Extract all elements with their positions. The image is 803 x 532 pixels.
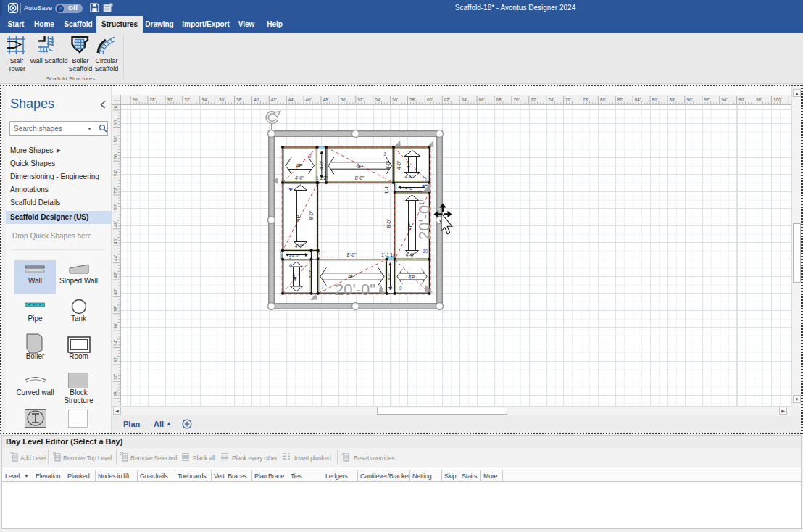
svg-text:46': 46' [113, 238, 118, 244]
svg-text:4'-0": 4'-0" [406, 252, 415, 257]
svg-text:82': 82' [617, 97, 623, 102]
svg-text:4'-0": 4'-0" [387, 272, 391, 280]
svg-text:8'-0": 8'-0" [347, 252, 357, 257]
svg-text:60': 60' [113, 120, 118, 125]
svg-text:44': 44' [288, 97, 294, 102]
svg-text:3: 3 [309, 154, 312, 159]
svg-text:4'-0": 4'-0" [396, 161, 402, 170]
svg-text:28': 28' [150, 97, 156, 102]
svg-text:94': 94' [721, 97, 727, 102]
svg-text:80': 80' [600, 97, 606, 102]
svg-text:68': 68' [496, 97, 502, 102]
svg-text:62': 62' [113, 105, 118, 109]
svg-text:4'-0": 4'-0" [308, 270, 313, 279]
svg-text:36': 36' [113, 323, 118, 328]
svg-text:36': 36' [219, 97, 225, 102]
svg-text:8'-0": 8'-0" [309, 211, 314, 220]
svg-text:58': 58' [113, 136, 118, 142]
svg-text:40': 40' [113, 289, 118, 295]
svg-text:4P: 4P [356, 163, 363, 170]
svg-text:5: 5 [289, 254, 292, 259]
svg-text:50': 50' [340, 97, 346, 102]
svg-text:7: 7 [321, 285, 324, 290]
svg-text:64': 64' [462, 97, 467, 102]
svg-text:6: 6 [289, 263, 292, 268]
svg-text:38': 38' [113, 306, 118, 312]
svg-text:4'-0": 4'-0" [386, 161, 391, 170]
svg-text:8: 8 [389, 286, 392, 291]
svg-text:4P: 4P [408, 274, 415, 280]
svg-text:4P: 4P [291, 274, 298, 281]
svg-text:1'-1: 1'-1 [384, 186, 389, 194]
svg-text:98': 98' [756, 97, 762, 102]
svg-text:50': 50' [113, 204, 118, 210]
svg-text:42': 42' [271, 97, 277, 102]
svg-text:10: 10 [423, 249, 428, 254]
svg-text:30': 30' [113, 374, 118, 380]
svg-text:92': 92' [704, 97, 710, 102]
svg-text:88': 88' [670, 97, 675, 102]
svg-text:54': 54' [375, 97, 380, 102]
svg-text:30': 30' [167, 97, 172, 102]
svg-text:62': 62' [444, 97, 450, 102]
svg-text:20'-0": 20'-0" [335, 280, 375, 299]
svg-text:28': 28' [113, 391, 118, 396]
svg-text:4'-0": 4'-0" [295, 175, 304, 180]
svg-text:4P: 4P [407, 223, 413, 230]
svg-text:4P: 4P [295, 215, 301, 222]
svg-text:40': 40' [254, 97, 259, 102]
svg-text:44': 44' [113, 255, 118, 261]
svg-text:58': 58' [409, 97, 415, 102]
svg-text:52': 52' [113, 187, 118, 193]
svg-text:32': 32' [184, 97, 190, 102]
svg-text:12: 12 [422, 176, 427, 182]
svg-text:48': 48' [323, 97, 329, 102]
svg-text:4'-0": 4'-0" [295, 244, 304, 249]
svg-text:4'-0": 4'-0" [405, 186, 414, 191]
svg-text:4'-0": 4'-0" [319, 161, 324, 170]
svg-text:4P: 4P [348, 273, 355, 280]
svg-text:60': 60' [427, 97, 433, 102]
svg-text:100': 100' [773, 97, 782, 102]
svg-text:48': 48' [113, 221, 118, 227]
svg-text:4'-0": 4'-0" [405, 174, 415, 179]
svg-text:46': 46' [306, 97, 312, 102]
svg-text:74': 74' [548, 97, 554, 102]
svg-text:8'-0": 8'-0" [355, 175, 365, 180]
svg-text:38': 38' [236, 97, 242, 102]
svg-text:34': 34' [113, 340, 118, 346]
svg-text:1 1/2": 1 1/2" [316, 175, 328, 180]
svg-text:42': 42' [113, 272, 118, 278]
svg-text:54': 54' [113, 170, 118, 176]
svg-text:56': 56' [392, 97, 398, 102]
svg-text:66': 66' [479, 97, 485, 102]
svg-text:8'-0": 8'-0" [386, 219, 391, 228]
svg-text:32': 32' [113, 357, 118, 362]
svg-text:26': 26' [133, 97, 138, 102]
svg-text:4'-0": 4'-0" [292, 254, 301, 258]
svg-text:78': 78' [583, 97, 588, 102]
svg-text:52': 52' [357, 97, 363, 102]
svg-text:56': 56' [113, 153, 118, 159]
svg-text:72': 72' [531, 97, 536, 102]
svg-text:90': 90' [686, 97, 692, 102]
svg-text:70': 70' [513, 97, 519, 102]
svg-text:1'-1 1/: 1'-1 1/ [381, 252, 394, 257]
svg-text:9: 9 [399, 286, 402, 291]
svg-text:4P: 4P [405, 162, 412, 169]
svg-text:76': 76' [565, 97, 571, 102]
svg-text:86': 86' [652, 97, 658, 102]
svg-text:4P: 4P [296, 162, 303, 169]
svg-text:96': 96' [738, 97, 744, 102]
svg-text:84': 84' [635, 97, 641, 102]
svg-text:1: 1 [383, 151, 386, 157]
svg-text:34': 34' [201, 97, 207, 102]
